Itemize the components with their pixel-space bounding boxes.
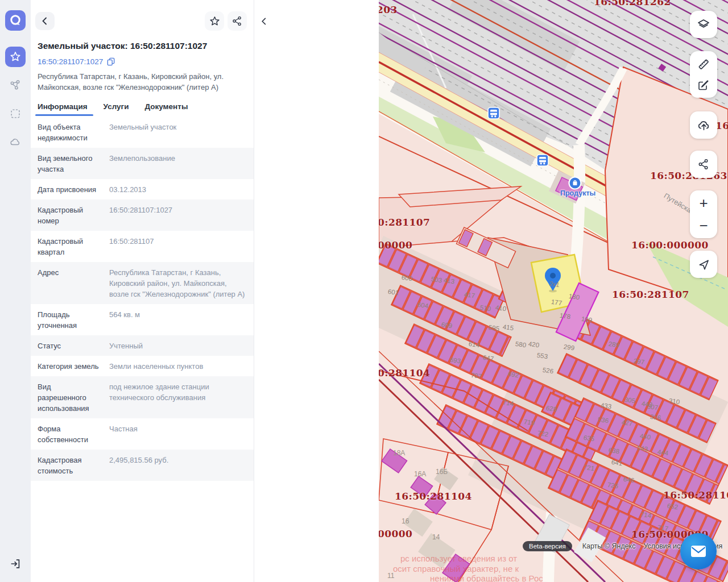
back-button[interactable]: [35, 12, 55, 30]
info-label: Вид объекта недвижимости: [38, 121, 101, 143]
star-icon: [9, 51, 22, 63]
star-outline-icon: [209, 15, 221, 27]
info-row: Дата присвоения03.12.2013: [31, 179, 254, 199]
info-row: Площадь уточненная564 кв. м: [31, 304, 254, 335]
chevron-left-icon: [260, 17, 268, 26]
info-row: Форма собственностиЧастная: [31, 418, 254, 450]
object-detail-panel: Земельный участок: 16:50:281107:1027 16:…: [31, 0, 254, 582]
dashed-square-icon: [9, 107, 22, 120]
app-logo[interactable]: [5, 10, 26, 31]
chevron-left-icon: [40, 16, 49, 26]
info-row: Вид объекта недвижимостиЗемельный участо…: [31, 117, 254, 148]
page-title: Земельный участок: 16:50:281107:1027: [31, 31, 254, 51]
collapse-panel-button[interactable]: [257, 14, 271, 28]
envelope-icon: [690, 544, 707, 558]
info-label: Вид земельного участка: [38, 152, 101, 174]
tab-0[interactable]: Информация: [38, 102, 88, 116]
info-value: Земельный участок: [101, 121, 247, 143]
sign-in-icon: [9, 558, 22, 570]
info-value: 564 кв. м: [101, 309, 247, 331]
sidebar-item-cloud[interactable]: [5, 132, 26, 152]
cloud-upload-icon: [697, 118, 711, 132]
info-value: под нежилое здание станции технического …: [101, 381, 247, 414]
object-address: Республика Татарстан, г Казань, Кировски…: [31, 66, 254, 93]
bus-stop-icon[interactable]: [537, 155, 548, 166]
map-canvas: [379, 0, 728, 582]
info-row: Кадастровая стоимость2,495,815.56 руб.: [31, 450, 254, 481]
sidebar-item-favorites[interactable]: [5, 47, 26, 67]
ruler-icon[interactable]: [697, 57, 710, 71]
locate-control[interactable]: [690, 251, 717, 278]
info-label: Форма собственности: [38, 423, 101, 445]
sidebar-item-select-area[interactable]: [5, 103, 26, 124]
upload-control[interactable]: [690, 111, 717, 139]
info-value: 03.12.2013: [101, 184, 247, 195]
sidebar-item-share-objects[interactable]: [5, 75, 26, 95]
layers-icon: [697, 18, 710, 31]
info-label: Кадастровая стоимость: [38, 454, 101, 476]
info-value: Учтенный: [101, 340, 247, 351]
copy-icon[interactable]: [107, 57, 115, 66]
chat-button[interactable]: [680, 533, 717, 569]
zoom-control: + −: [690, 190, 717, 238]
map-copyright[interactable]: Карты © Яндекс: [582, 542, 636, 550]
info-label: Статус: [38, 340, 101, 351]
info-value: 2,495,815.56 руб.: [101, 454, 247, 476]
cloud-icon: [9, 136, 22, 148]
zoom-in-button[interactable]: +: [690, 192, 717, 214]
beta-badge: Beta-версия: [523, 541, 572, 551]
measure-draw-control: [690, 51, 717, 98]
info-value: Частная: [101, 423, 247, 445]
info-label: Дата присвоения: [38, 184, 101, 195]
app-logo-icon: [9, 14, 22, 27]
info-label: Вид разрешенного использования: [38, 381, 101, 414]
cadastral-number-link[interactable]: 16:50:281107:1027: [38, 57, 103, 66]
info-row: Кадастровый квартал16:50:281107: [31, 231, 254, 262]
info-label: Адрес: [38, 267, 101, 300]
cadastral-map[interactable]: Путейская Продукты 16:50:28126220316:16:…: [379, 0, 728, 582]
info-value: Республика Татарстан, г Казань, Кировски…: [101, 267, 247, 300]
share-nodes-icon: [9, 79, 22, 92]
info-table: Вид объекта недвижимостиЗемельный участо…: [31, 117, 254, 481]
layers-control[interactable]: [690, 11, 717, 38]
share-nodes-icon: [697, 158, 710, 171]
info-row: Вид земельного участкаЗемлепользование: [31, 148, 254, 179]
info-value: 16:50:281107: [101, 235, 247, 257]
info-row: Кадастровый номер16:50:281107:1027: [31, 199, 254, 231]
locate-arrow-icon: [697, 258, 710, 271]
info-value: 16:50:281107:1027: [101, 204, 247, 226]
left-icon-rail: [0, 0, 31, 582]
tab-1[interactable]: Услуги: [104, 102, 129, 116]
favorite-button[interactable]: [205, 11, 224, 31]
tab-bar: ИнформацияУслугиДокументы: [31, 93, 254, 116]
info-label: Площадь уточненная: [38, 309, 101, 331]
share-nodes-icon: [231, 15, 243, 27]
secondary-panel: [254, 0, 379, 582]
info-row: Вид разрешенного использованияпод нежило…: [31, 376, 254, 418]
info-label: Категория земель: [38, 360, 101, 372]
share-button[interactable]: [228, 11, 247, 31]
info-label: Кадастровый квартал: [38, 235, 101, 257]
sign-in-button[interactable]: [5, 554, 26, 574]
zoom-out-button[interactable]: −: [690, 214, 717, 237]
info-value: Земли населенных пунктов: [101, 360, 247, 372]
info-row: АдресРеспублика Татарстан, г Казань, Кир…: [31, 262, 254, 304]
edit-icon[interactable]: [697, 78, 710, 92]
bus-stop-icon[interactable]: [488, 107, 499, 119]
cadastral-link-row: 16:50:281107:1027: [31, 51, 254, 66]
tab-2[interactable]: Документы: [145, 102, 188, 116]
map-share-control[interactable]: [690, 151, 717, 178]
panel-header: [31, 0, 254, 31]
info-row: СтатусУчтенный: [31, 335, 254, 356]
info-value: Землепользование: [101, 152, 247, 174]
info-label: Кадастровый номер: [38, 204, 101, 226]
app-window: Земельный участок: 16:50:281107:1027 16:…: [0, 0, 728, 582]
info-row: Категория земельЗемли населенных пунктов: [31, 356, 254, 376]
